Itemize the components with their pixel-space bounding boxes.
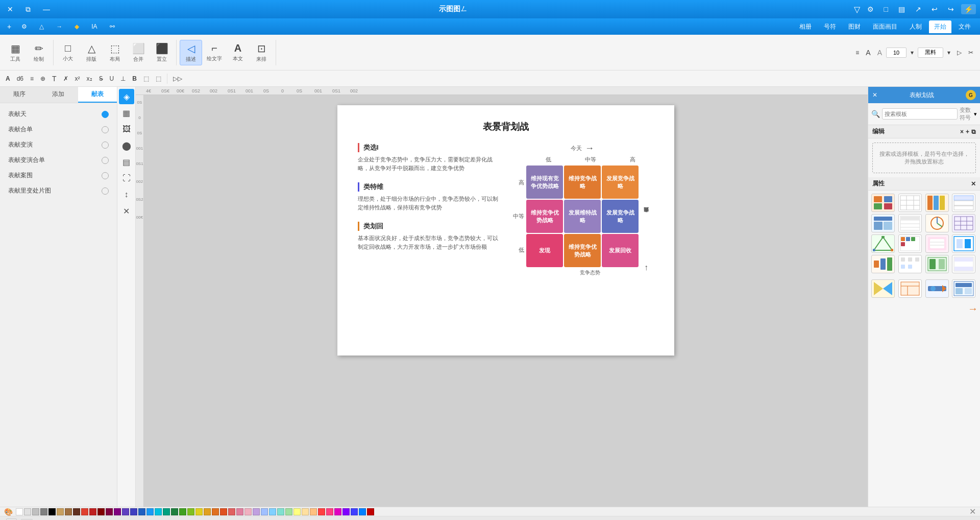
template-15[interactable] — [925, 255, 949, 273]
color-mint[interactable] — [277, 508, 284, 515]
toolbar-arrow-icon[interactable]: → — [51, 21, 67, 32]
color-yellow-green[interactable] — [187, 508, 194, 515]
template-2[interactable] — [898, 194, 922, 212]
font-dropdown-arrow[interactable]: ▾ — [908, 48, 916, 57]
icon-image[interactable]: 🖼 — [119, 122, 134, 137]
delete-btn[interactable]: × — [960, 128, 964, 135]
arrange-group[interactable]: ⬚ 布局 — [104, 40, 126, 65]
bottom-border-btn[interactable]: ⊥ — [118, 74, 128, 83]
radio-6[interactable] — [102, 187, 109, 195]
font-name-input[interactable] — [918, 48, 943, 58]
color-peach[interactable] — [310, 508, 317, 515]
color-violet[interactable] — [122, 508, 129, 515]
template-8[interactable] — [952, 214, 975, 232]
text-group[interactable]: A 本文 — [227, 40, 249, 64]
color-cream[interactable] — [302, 508, 309, 515]
sidebar-item-2[interactable]: 表献合单 — [4, 123, 113, 136]
template-9[interactable] — [871, 234, 895, 253]
color-bright-blue[interactable] — [359, 508, 366, 515]
template-20[interactable] — [952, 279, 975, 298]
template-12[interactable] — [952, 234, 975, 253]
color-sky-light[interactable] — [269, 508, 276, 515]
expand-icon[interactable]: ↗ — [912, 4, 924, 14]
menu-symbol[interactable]: 号符 — [819, 20, 841, 33]
panel-close-btn[interactable]: ✕ — [872, 91, 877, 99]
icon-cross[interactable]: ✕ — [119, 203, 134, 219]
toolbar-tool-icon[interactable]: ⚙ — [16, 21, 32, 32]
color-cyan[interactable] — [155, 508, 162, 515]
template-6[interactable] — [898, 214, 922, 232]
props-close-btn[interactable]: ✕ — [971, 180, 976, 187]
indent-btn[interactable]: T — [50, 74, 59, 84]
list-num-btn[interactable]: ⊕ — [38, 74, 48, 83]
color-black[interactable] — [48, 508, 56, 515]
color-blue-purple[interactable] — [130, 508, 137, 515]
radio-4[interactable] — [102, 157, 109, 164]
color-gold[interactable] — [204, 508, 211, 515]
close-btn[interactable]: ✕ — [4, 4, 16, 14]
sidebar-item-5[interactable]: 表献案围 — [4, 169, 113, 182]
menu-resource[interactable]: 图财 — [843, 20, 866, 33]
color-light-gray[interactable] — [24, 508, 31, 515]
window-icon[interactable]: □ — [881, 4, 891, 14]
align-right-btn[interactable]: A — [875, 48, 885, 58]
color-green[interactable] — [171, 508, 178, 515]
copy-format-btn[interactable]: ⬚ — [141, 74, 152, 83]
tool-group[interactable]: ▦ 工具 — [4, 40, 27, 65]
color-light-yellow[interactable] — [293, 508, 301, 515]
radio-3[interactable] — [102, 141, 109, 149]
template-10[interactable] — [898, 234, 922, 253]
menu-person[interactable]: 人制 — [904, 20, 927, 33]
color-dark-gray[interactable] — [40, 508, 47, 515]
sidebar-item-4[interactable]: 表献变演合单 — [4, 153, 113, 167]
template-13[interactable] — [871, 255, 895, 273]
color-red[interactable] — [89, 508, 96, 515]
tab-sequence[interactable]: 顺序 — [0, 87, 39, 103]
color-light-purple[interactable] — [253, 508, 260, 515]
sidebar-item-6[interactable]: 表献里变处片图 — [4, 184, 113, 198]
template-5[interactable] — [871, 214, 895, 232]
strikethrough-btn[interactable]: ✗ — [61, 74, 71, 83]
scroll-down-indicator[interactable]: → — [968, 303, 978, 314]
color-magenta[interactable] — [334, 508, 341, 515]
color-deep-red[interactable] — [367, 508, 374, 515]
add-btn[interactable]: + — [966, 128, 969, 135]
expand-panel-btn[interactable]: ▷▷ — [170, 74, 185, 83]
cut-icon[interactable]: ✂ — [966, 48, 976, 57]
color-pink[interactable] — [236, 508, 243, 515]
draw-group[interactable]: ✏ 绘制 — [28, 40, 50, 65]
color-brown[interactable] — [65, 508, 72, 515]
toolbar-diamond-icon[interactable]: ◆ — [69, 21, 84, 32]
undo-icon[interactable]: ↩ — [928, 4, 941, 14]
color-lime[interactable] — [179, 508, 186, 515]
template-7[interactable] — [925, 214, 949, 232]
color-purple[interactable] — [114, 508, 121, 515]
size-group[interactable]: □ 小大 — [57, 40, 79, 64]
template-14[interactable] — [898, 255, 922, 273]
color-bright-pink[interactable] — [326, 508, 333, 515]
color-bright-red[interactable] — [318, 508, 325, 515]
filter-dropdown[interactable]: ▾ — [974, 111, 977, 117]
menu-page[interactable]: 面面画目 — [868, 20, 902, 33]
template-16[interactable] — [952, 255, 975, 273]
tab-add[interactable]: 添加 — [39, 87, 78, 103]
merge-group[interactable]: ⬜ 合并 — [127, 40, 150, 65]
sidebar-item-1[interactable]: 表献天 — [4, 107, 113, 121]
template-11[interactable] — [925, 234, 949, 253]
menu-file[interactable]: 文件 — [953, 20, 976, 33]
place-group[interactable]: ⬛ 置立 — [151, 40, 173, 65]
toolbar-connect-icon[interactable]: ⚯ — [105, 21, 120, 32]
layout-icon[interactable]: ▤ — [895, 4, 908, 14]
color-brown-light[interactable] — [57, 508, 64, 515]
font-size-btn[interactable]: d6 — [14, 74, 26, 83]
template-17[interactable] — [871, 279, 895, 298]
color-indigo[interactable] — [351, 508, 358, 515]
color-white[interactable] — [16, 508, 23, 515]
subscript-btn[interactable]: x₂ — [84, 74, 95, 83]
icon-select[interactable]: ◈ — [119, 89, 134, 104]
paste-format-btn[interactable]: ⬚ — [153, 74, 164, 83]
color-orange[interactable] — [212, 508, 219, 515]
redo-icon[interactable]: ↪ — [945, 4, 957, 14]
template-19[interactable] — [925, 279, 949, 298]
right-panel-toggle[interactable]: ▷ — [954, 48, 964, 57]
